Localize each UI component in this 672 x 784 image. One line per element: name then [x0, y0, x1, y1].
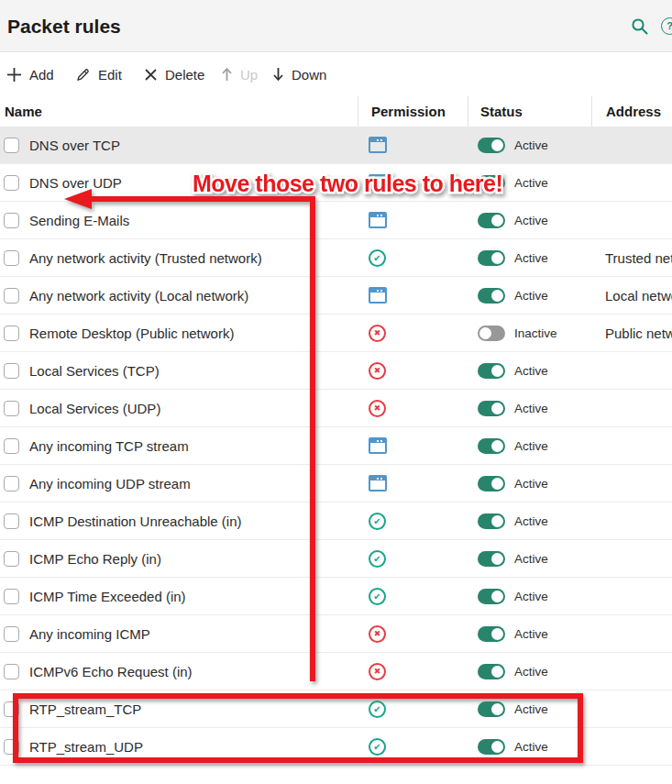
row-checkbox[interactable]	[4, 551, 19, 567]
column-header-name[interactable]: Name	[0, 96, 358, 127]
status-label: Active	[514, 402, 548, 415]
table-row[interactable]: Any incoming TCP stream Active	[0, 427, 672, 465]
status-label: Active	[514, 138, 548, 152]
allow-permission-icon: ✔	[369, 513, 386, 530]
toggle-knob	[491, 628, 503, 640]
permission-cell: ✔	[358, 690, 468, 727]
status-label: Active	[514, 665, 548, 679]
edit-button[interactable]: Edit	[75, 52, 122, 96]
status-label: Active	[514, 176, 548, 190]
row-checkbox[interactable]	[4, 438, 19, 454]
permission-cell: ✔	[358, 578, 468, 614]
delete-button[interactable]: Delete	[144, 52, 204, 96]
status-toggle[interactable]	[478, 626, 505, 642]
status-toggle[interactable]	[478, 363, 505, 379]
row-checkbox[interactable]	[4, 138, 19, 153]
address-cell	[591, 728, 672, 765]
arrow-up-icon	[221, 67, 233, 82]
status-toggle[interactable]	[478, 664, 505, 679]
status-cell: Active	[468, 578, 591, 614]
table-row[interactable]: ICMP Destination Unreachable (in) ✔ Acti…	[0, 502, 672, 540]
status-toggle[interactable]	[478, 326, 505, 341]
toggle-knob	[491, 403, 503, 414]
row-checkbox[interactable]	[4, 589, 19, 604]
status-cell: Active	[468, 239, 591, 276]
row-checkbox[interactable]	[4, 626, 19, 642]
row-checkbox[interactable]	[4, 739, 19, 755]
move-down-button[interactable]: Down	[272, 52, 326, 96]
row-checkbox[interactable]	[4, 664, 19, 679]
row-checkbox[interactable]	[4, 363, 19, 379]
column-header-status[interactable]: Status	[468, 96, 591, 127]
table-row[interactable]: DNS over TCP Active	[0, 127, 672, 164]
address-cell	[591, 690, 672, 727]
toggle-knob	[491, 365, 503, 377]
status-toggle[interactable]	[478, 138, 505, 153]
table-row[interactable]: Remote Desktop (Public network) ✖ Inacti…	[0, 315, 672, 352]
search-icon	[631, 17, 649, 36]
help-button[interactable]: ?	[661, 17, 672, 35]
name-cell: Any incoming TCP stream	[0, 427, 358, 464]
row-checkbox[interactable]	[4, 476, 19, 491]
status-toggle[interactable]	[478, 175, 505, 191]
row-checkbox[interactable]	[4, 175, 19, 191]
table-row[interactable]: RTP_stream_TCP ✔ Active	[0, 690, 672, 728]
column-header-address[interactable]: Address	[591, 96, 672, 127]
status-label: Active	[514, 702, 548, 716]
toggle-knob	[491, 515, 503, 527]
table-row[interactable]: ICMP Echo Reply (in) ✔ Active	[0, 540, 672, 578]
table-row[interactable]: Sending E-Mails Active	[0, 202, 672, 239]
status-toggle[interactable]	[478, 213, 505, 228]
column-header-permission[interactable]: Permission	[358, 96, 468, 127]
table-row[interactable]: Any incoming ICMP ✖ Active	[0, 615, 672, 653]
status-toggle[interactable]	[478, 589, 505, 604]
row-checkbox[interactable]	[4, 701, 19, 717]
table-row[interactable]: DNS over UDP Active	[0, 164, 672, 202]
table-row[interactable]: RTP_stream_UDP ✔ Active	[0, 728, 672, 766]
move-up-button[interactable]: Up	[221, 52, 258, 96]
address-cell	[591, 465, 672, 502]
table-row[interactable]: Local Services (UDP) ✖ Active	[0, 390, 672, 427]
status-toggle[interactable]	[478, 513, 505, 529]
search-button[interactable]	[631, 17, 651, 37]
status-toggle[interactable]	[478, 551, 505, 567]
row-checkbox[interactable]	[4, 288, 19, 304]
row-checkbox[interactable]	[4, 401, 19, 416]
toggle-knob	[491, 139, 503, 151]
status-toggle[interactable]	[478, 739, 505, 755]
window-header: Packet rules ?	[0, 0, 672, 52]
add-button[interactable]: Add	[6, 52, 54, 96]
name-cell: ICMP Time Exceeded (in)	[0, 578, 358, 614]
status-toggle[interactable]	[478, 288, 505, 304]
permission-cell: ✖	[358, 390, 468, 426]
rule-name: Remote Desktop (Public network)	[29, 326, 234, 341]
table-row[interactable]: Any network activity (Local network) Act…	[0, 277, 672, 315]
row-checkbox[interactable]	[4, 250, 19, 266]
toggle-knob	[491, 478, 503, 490]
table-row[interactable]: Any network activity (Trusted network) ✔…	[0, 239, 672, 277]
status-toggle[interactable]	[478, 250, 505, 266]
table-row[interactable]: Local Services (TCP) ✖ Active	[0, 352, 672, 390]
row-checkbox[interactable]	[4, 213, 19, 228]
name-cell: Remote Desktop (Public network)	[0, 315, 358, 351]
status-cell: Active	[468, 164, 591, 201]
rule-name: RTP_stream_UDP	[29, 739, 143, 755]
status-toggle[interactable]	[478, 401, 505, 416]
status-toggle[interactable]	[478, 701, 505, 717]
status-toggle[interactable]	[478, 438, 505, 454]
status-label: Active	[514, 251, 548, 265]
name-cell: Local Services (TCP)	[0, 352, 358, 389]
status-toggle[interactable]	[478, 476, 505, 491]
help-icon: ?	[666, 20, 672, 31]
address-value: Local network	[605, 288, 672, 304]
row-checkbox[interactable]	[4, 513, 19, 529]
table-row[interactable]: ICMP Time Exceeded (in) ✔ Active	[0, 578, 672, 615]
rule-name: Any network activity (Trusted network)	[29, 250, 262, 266]
app-window-icon	[369, 137, 387, 153]
table-row[interactable]: ICMPv6 Echo Request (in) ✖ Active	[0, 653, 672, 690]
status-label: Active	[514, 552, 548, 566]
row-checkbox[interactable]	[4, 326, 19, 341]
table-row[interactable]: Any incoming UDP stream Active	[0, 465, 672, 502]
rules-toolbar: Add Edit Delete Up Down	[0, 52, 672, 96]
name-cell: RTP_stream_TCP	[0, 690, 358, 727]
